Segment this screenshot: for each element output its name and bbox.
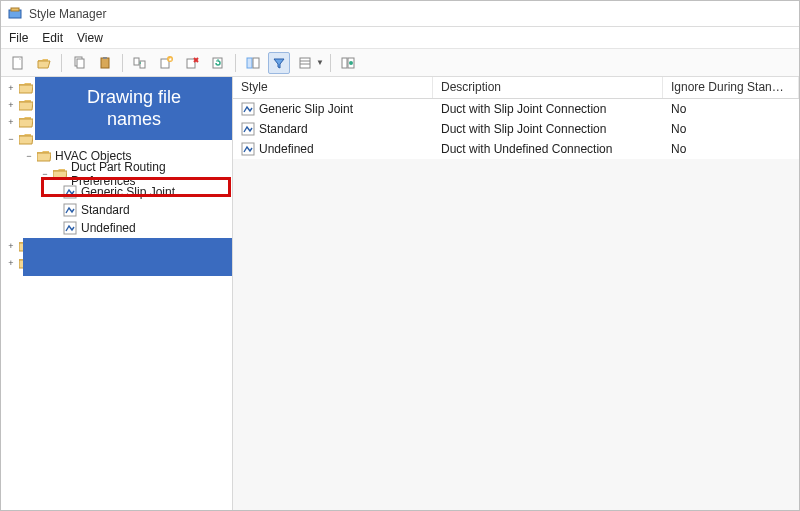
folder-icon xyxy=(19,82,33,94)
tree-pane: + + + − − HVA xyxy=(1,77,233,510)
toolbar: ★ ▼ xyxy=(1,49,799,77)
cell-description: Duct with Undefined Connection xyxy=(441,142,612,156)
cell-description: Duct with Slip Joint Connection xyxy=(441,122,606,136)
annotation-overlay: Drawing file names xyxy=(35,77,233,140)
cell-style: Undefined xyxy=(259,142,314,156)
annotation-text: Drawing file names xyxy=(87,87,181,130)
tree-leaf-label: Undefined xyxy=(81,221,136,235)
style-icon xyxy=(63,203,77,217)
folder-icon xyxy=(53,168,67,180)
tree-leaf-undefined[interactable]: Undefined xyxy=(1,219,232,237)
open-icon[interactable] xyxy=(33,52,55,74)
menu-file[interactable]: File xyxy=(9,31,28,45)
svg-rect-21 xyxy=(342,58,347,68)
style-icon xyxy=(241,122,255,136)
folder-icon xyxy=(19,99,33,111)
toolbar-separator xyxy=(61,54,62,72)
style-icon xyxy=(63,221,77,235)
table-row[interactable]: Generic Slip Joint Duct with Slip Joint … xyxy=(233,99,799,119)
expand-icon[interactable]: + xyxy=(5,99,17,111)
expand-icon[interactable]: + xyxy=(5,257,17,269)
window: Style Manager File Edit View ★ ▼ xyxy=(0,0,800,511)
menu-edit[interactable]: Edit xyxy=(42,31,63,45)
copy-icon[interactable] xyxy=(68,52,90,74)
svg-rect-5 xyxy=(101,58,109,68)
cell-style: Standard xyxy=(259,122,308,136)
list-header: Style Description Ignore During Standard… xyxy=(233,77,799,99)
cell-style: Generic Slip Joint xyxy=(259,102,353,116)
new-icon[interactable] xyxy=(7,52,29,74)
collapse-icon[interactable]: − xyxy=(5,133,17,145)
folder-icon xyxy=(37,150,51,162)
list-pane: Style Description Ignore During Standard… xyxy=(233,77,799,510)
cell-description: Duct with Slip Joint Connection xyxy=(441,102,606,116)
toolbar-separator xyxy=(122,54,123,72)
purge-icon[interactable] xyxy=(181,52,203,74)
expand-icon[interactable]: + xyxy=(5,82,17,94)
toggle-view-icon[interactable] xyxy=(242,52,264,74)
paste-icon[interactable] xyxy=(94,52,116,74)
titlebar: Style Manager xyxy=(1,1,799,27)
table-row[interactable]: Undefined Duct with Undefined Connection… xyxy=(233,139,799,159)
expand-icon[interactable]: + xyxy=(5,240,17,252)
column-header-style[interactable]: Style xyxy=(233,77,433,98)
column-header-description[interactable]: Description xyxy=(433,77,663,98)
svg-rect-4 xyxy=(77,59,84,68)
collapse-icon[interactable]: − xyxy=(23,151,35,161)
filter-icon[interactable] xyxy=(268,52,290,74)
svg-rect-1 xyxy=(11,8,19,11)
svg-rect-17 xyxy=(253,58,259,68)
tree-leaf-label: Generic Slip Joint xyxy=(81,185,175,199)
collapse-icon[interactable]: − xyxy=(39,169,51,179)
table-row[interactable]: Standard Duct with Slip Joint Connection… xyxy=(233,119,799,139)
svg-rect-6 xyxy=(103,57,107,59)
app-icon xyxy=(7,6,23,22)
tree-node-label: Duct Part Routing Preferences xyxy=(71,160,232,188)
svg-rect-12 xyxy=(187,59,195,68)
menubar: File Edit View xyxy=(1,27,799,49)
tree-leaf-standard[interactable]: Standard xyxy=(1,201,232,219)
column-header-ignore[interactable]: Ignore During Standards Synchro... xyxy=(663,77,799,98)
svg-rect-7 xyxy=(134,58,139,65)
toolbar-separator xyxy=(235,54,236,72)
toolbar-separator xyxy=(330,54,331,72)
dropdown-arrow-icon[interactable]: ▼ xyxy=(316,58,324,67)
copy-between-icon[interactable] xyxy=(129,52,151,74)
tree-leaf-label: Standard xyxy=(81,203,130,217)
new-style-icon[interactable]: ★ xyxy=(155,52,177,74)
expand-icon[interactable]: + xyxy=(5,116,17,128)
menu-view[interactable]: View xyxy=(77,31,103,45)
tree-node-duct-part-routing[interactable]: − Duct Part Routing Preferences xyxy=(1,165,232,183)
cell-ignore: No xyxy=(671,142,686,156)
svg-rect-8 xyxy=(140,61,145,68)
annotation-overlay xyxy=(23,238,233,276)
style-icon xyxy=(63,185,77,199)
svg-rect-16 xyxy=(247,58,252,68)
svg-point-23 xyxy=(349,61,353,65)
style-icon xyxy=(241,102,255,116)
window-title: Style Manager xyxy=(29,7,106,21)
folder-icon xyxy=(19,133,33,145)
inline-edit-icon[interactable] xyxy=(337,52,359,74)
folder-icon xyxy=(19,116,33,128)
cell-ignore: No xyxy=(671,122,686,136)
details-view-icon[interactable] xyxy=(294,52,316,74)
cell-ignore: No xyxy=(671,102,686,116)
svg-rect-18 xyxy=(300,58,310,68)
refresh-sheet-icon[interactable] xyxy=(207,52,229,74)
content: + + + − − HVA xyxy=(1,77,799,510)
style-icon xyxy=(241,142,255,156)
